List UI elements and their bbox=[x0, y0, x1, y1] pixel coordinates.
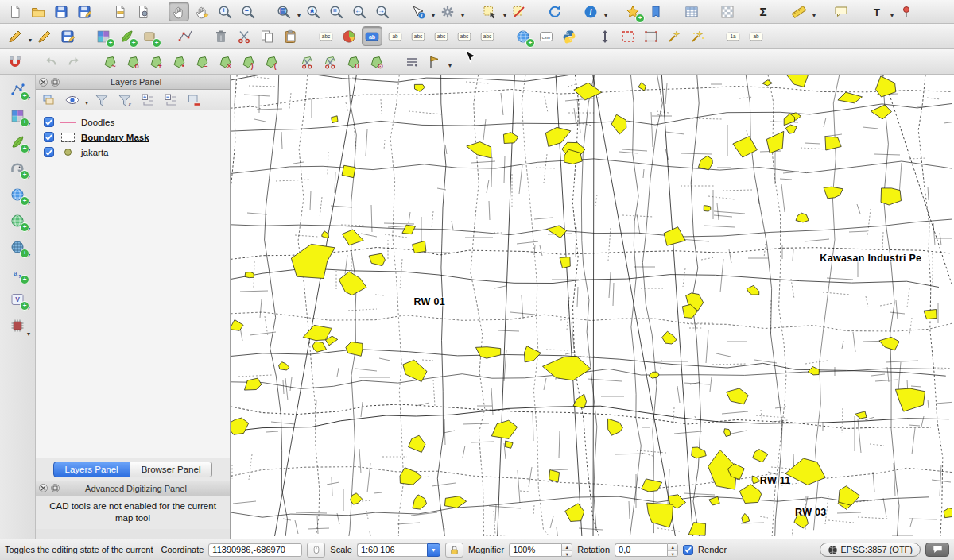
composer-manager-button[interactable] bbox=[133, 2, 153, 21]
coordinate-input[interactable] bbox=[208, 543, 302, 557]
collapse-all-button[interactable] bbox=[161, 91, 180, 109]
current-edits-button[interactable] bbox=[5, 26, 25, 46]
copy-features-button[interactable] bbox=[257, 26, 277, 46]
delete-ring-button[interactable]: − bbox=[192, 52, 212, 71]
split-parts-button[interactable] bbox=[320, 52, 340, 71]
form-annotation-button[interactable] bbox=[641, 26, 661, 46]
offset-curve-button[interactable]: ( bbox=[261, 52, 281, 71]
add-part-button[interactable]: + bbox=[145, 52, 166, 71]
pin-unpin-labels-button[interactable]: ab bbox=[385, 26, 405, 46]
tab-layers-panel[interactable]: Layers Panel bbox=[53, 462, 130, 477]
redo-button[interactable] bbox=[64, 52, 84, 71]
layer-boundary-mask-checkbox[interactable] bbox=[44, 132, 54, 142]
refresh-map-button[interactable] bbox=[545, 2, 565, 21]
render-checkbox[interactable] bbox=[683, 545, 693, 555]
metasearch-button[interactable] bbox=[513, 26, 533, 46]
add-wms-layer-button[interactable] bbox=[7, 184, 28, 204]
delete-part-button[interactable]: × bbox=[215, 52, 235, 71]
zoom-in-button[interactable]: + bbox=[215, 2, 235, 21]
scale-lock-button[interactable] bbox=[445, 543, 463, 558]
annotation-extent-button[interactable] bbox=[618, 26, 638, 46]
adp-float-icon[interactable] bbox=[51, 484, 60, 492]
node-tool-button[interactable] bbox=[175, 26, 196, 46]
rotation-step-buttons[interactable]: ▲▼ bbox=[667, 543, 678, 557]
manage-map-themes-button[interactable] bbox=[62, 91, 82, 109]
layer-item-boundary-mask[interactable]: Boundary Mask bbox=[36, 129, 230, 145]
add-wcs-layer-button[interactable] bbox=[7, 237, 28, 257]
add-spatialite-layer-button[interactable] bbox=[7, 132, 28, 152]
coordinate-capture-button[interactable] bbox=[307, 543, 325, 558]
remove-layer-button[interactable] bbox=[184, 91, 204, 109]
add-wfs-layer-button[interactable] bbox=[7, 210, 28, 230]
filter-legend-button[interactable] bbox=[91, 91, 111, 109]
fill-ring-button[interactable]: • bbox=[169, 52, 189, 71]
add-raster-layer-button[interactable] bbox=[7, 106, 28, 126]
text-annotation-button[interactable]: T bbox=[867, 2, 887, 21]
identify-button[interactable]: i bbox=[580, 2, 601, 21]
statistics-summary-button[interactable]: Σ bbox=[753, 2, 774, 21]
style-wand-alt-button[interactable] bbox=[687, 26, 708, 46]
project-save-as-button[interactable] bbox=[74, 2, 95, 21]
zoom-to-layer-button[interactable]: ≡ bbox=[326, 2, 347, 21]
toggle-editing-button[interactable] bbox=[34, 26, 55, 46]
azimuth-tool-button[interactable] bbox=[425, 52, 445, 71]
zoom-next-button[interactable]: → bbox=[372, 2, 393, 21]
scale-dropdown-button[interactable]: ▾ bbox=[427, 543, 440, 557]
add-postgis-layer-button[interactable] bbox=[7, 158, 28, 178]
project-new-button[interactable] bbox=[5, 2, 25, 21]
new-spatialite-layer-button[interactable] bbox=[116, 26, 137, 46]
project-save-button[interactable] bbox=[51, 2, 72, 21]
undo-button[interactable] bbox=[41, 52, 61, 71]
measure-line-button[interactable] bbox=[789, 2, 809, 21]
layer-jakarta-checkbox[interactable] bbox=[44, 147, 54, 157]
highlight-pinned-labels-button[interactable]: ab bbox=[362, 26, 382, 46]
magnifier-input[interactable] bbox=[509, 543, 561, 557]
vertex-swap-button[interactable] bbox=[595, 26, 615, 46]
rotate-label-button[interactable]: abc bbox=[454, 26, 475, 46]
add-vector-layer-button[interactable] bbox=[7, 79, 28, 99]
new-geopackage-layer-button[interactable] bbox=[139, 26, 160, 46]
project-open-button[interactable] bbox=[28, 2, 48, 21]
snapping-options-button[interactable] bbox=[5, 52, 25, 71]
merge-features-button[interactable]: ∪ bbox=[343, 52, 363, 71]
add-virtual-layer-button[interactable]: V bbox=[7, 289, 28, 309]
identify-features-button[interactable]: i bbox=[408, 2, 429, 21]
rotate-feature-button[interactable]: ⊙ bbox=[366, 52, 386, 71]
open-attribute-table-button[interactable] bbox=[681, 2, 702, 21]
zoom-to-selection-button[interactable]: ★ bbox=[303, 2, 324, 21]
style-wand-button[interactable] bbox=[664, 26, 684, 46]
new-bookmark-button[interactable] bbox=[622, 2, 643, 21]
zoom-out-button[interactable]: − bbox=[238, 2, 258, 21]
save-layer-edits-button[interactable] bbox=[57, 26, 78, 46]
layer-item-jakarta[interactable]: jakarta bbox=[36, 145, 230, 160]
simplify-feature-button[interactable]: ~ bbox=[99, 52, 120, 71]
magnifier-step-buttons[interactable]: ▲▼ bbox=[561, 543, 572, 557]
run-feature-action-button[interactable] bbox=[437, 2, 458, 21]
zoom-last-button[interactable]: ← bbox=[349, 2, 370, 21]
label-properties-button[interactable]: ab bbox=[746, 26, 766, 46]
filter-by-expression-button[interactable]: ε bbox=[114, 91, 134, 109]
label-settings-button[interactable]: 1a bbox=[723, 26, 743, 46]
new-print-composer-button[interactable] bbox=[110, 2, 130, 21]
show-bookmarks-button[interactable] bbox=[646, 2, 666, 21]
map-tips-button[interactable] bbox=[831, 2, 851, 21]
move-label-button[interactable]: abc bbox=[431, 26, 452, 46]
rotation-input[interactable] bbox=[615, 543, 667, 557]
python-console-button[interactable] bbox=[559, 26, 580, 46]
select-features-button[interactable] bbox=[479, 2, 500, 21]
scale-input[interactable] bbox=[357, 543, 427, 557]
show-hide-labels-button[interactable]: abc bbox=[408, 26, 429, 46]
layers-panel-close-icon[interactable] bbox=[39, 78, 48, 87]
messages-button[interactable] bbox=[925, 543, 949, 557]
change-label-button[interactable]: abc bbox=[477, 26, 498, 46]
delete-selected-button[interactable] bbox=[211, 26, 231, 46]
tab-browser-panel[interactable]: Browser Panel bbox=[130, 462, 213, 477]
crs-button[interactable]: EPSG:3857 (OTF) bbox=[820, 543, 921, 557]
csw-services-button[interactable]: csw bbox=[536, 26, 556, 46]
reshape-features-button[interactable]: ) bbox=[238, 52, 258, 71]
add-ring-button[interactable]: o bbox=[122, 52, 143, 71]
pan-to-selection-button[interactable] bbox=[192, 2, 212, 21]
add-group-button[interactable] bbox=[39, 91, 59, 109]
zoom-full-button[interactable]: ▤ bbox=[273, 2, 294, 21]
field-calculator-button[interactable] bbox=[717, 2, 738, 21]
